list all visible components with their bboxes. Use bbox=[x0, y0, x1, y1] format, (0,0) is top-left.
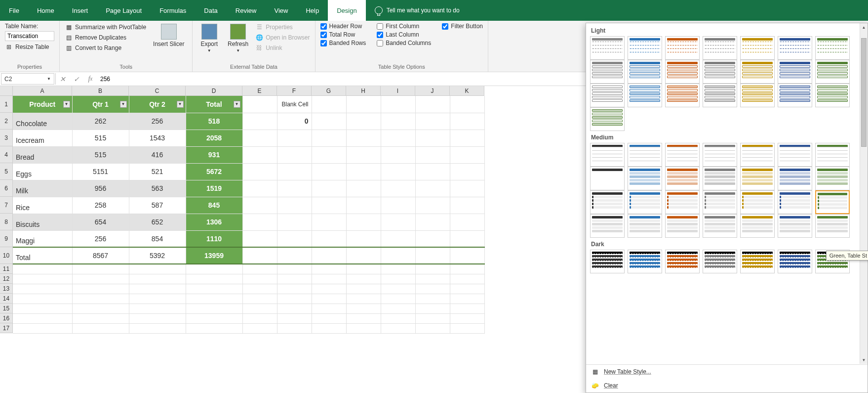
cell[interactable]: 521 bbox=[129, 163, 186, 180]
cell[interactable]: 652 bbox=[129, 214, 186, 230]
name-box[interactable]: C2 ▼ bbox=[1, 73, 54, 85]
cell[interactable] bbox=[415, 130, 450, 146]
tab-file[interactable]: File bbox=[0, 0, 28, 21]
cell[interactable] bbox=[242, 180, 277, 197]
cell[interactable] bbox=[129, 323, 186, 333]
cell[interactable] bbox=[242, 294, 277, 304]
chk-banded-rows[interactable]: Banded Rows bbox=[320, 40, 366, 46]
cell[interactable]: 5151 bbox=[72, 163, 129, 180]
tab-review[interactable]: Review bbox=[227, 0, 266, 21]
cell[interactable]: 256 bbox=[72, 230, 129, 247]
export-button[interactable]: Export ▼ bbox=[197, 23, 221, 63]
accept-formula-icon[interactable]: ✓ bbox=[70, 75, 83, 83]
style-swatch[interactable] bbox=[778, 214, 812, 238]
cell[interactable] bbox=[312, 197, 346, 214]
cell[interactable] bbox=[415, 197, 450, 214]
style-swatch[interactable] bbox=[590, 190, 625, 214]
style-swatch[interactable] bbox=[815, 84, 850, 107]
cell[interactable] bbox=[450, 163, 484, 180]
cell[interactable]: 563 bbox=[129, 180, 186, 197]
cell[interactable]: Product▼ bbox=[13, 96, 72, 113]
cell[interactable] bbox=[415, 274, 450, 284]
cell[interactable] bbox=[242, 113, 277, 130]
row-header-6[interactable]: 6 bbox=[0, 180, 13, 197]
style-swatch[interactable] bbox=[778, 36, 812, 60]
cell[interactable] bbox=[277, 214, 312, 230]
row-header-16[interactable]: 16 bbox=[0, 313, 13, 323]
cell[interactable] bbox=[312, 130, 346, 146]
cell[interactable] bbox=[242, 197, 277, 214]
cell[interactable]: 956 bbox=[72, 180, 129, 197]
cell[interactable] bbox=[381, 264, 415, 274]
style-swatch[interactable] bbox=[703, 167, 737, 190]
cell[interactable] bbox=[450, 180, 484, 197]
cell[interactable]: 8567 bbox=[72, 247, 129, 264]
row-header-3[interactable]: 3 bbox=[0, 130, 13, 146]
cell[interactable] bbox=[450, 146, 484, 163]
grid-body[interactable]: Product▼Qtr 1▼Qtr 2▼Total▼Blank CellChoc… bbox=[13, 96, 485, 334]
scroll-down-icon[interactable]: ▼ bbox=[860, 356, 868, 364]
cell[interactable]: 5392 bbox=[129, 247, 186, 264]
resize-table-button[interactable]: ⊞ Resize Table bbox=[5, 43, 54, 51]
cell[interactable] bbox=[277, 323, 312, 333]
cell[interactable] bbox=[72, 274, 129, 284]
style-swatch[interactable] bbox=[815, 143, 850, 167]
cell[interactable] bbox=[242, 313, 277, 323]
cell[interactable] bbox=[13, 323, 72, 333]
col-header-G[interactable]: G bbox=[312, 86, 346, 96]
style-swatch[interactable] bbox=[815, 60, 850, 84]
cell[interactable] bbox=[415, 313, 450, 323]
cell[interactable] bbox=[450, 96, 484, 113]
cell[interactable]: Qtr 1▼ bbox=[72, 96, 129, 113]
cell[interactable] bbox=[312, 230, 346, 247]
cell[interactable] bbox=[277, 274, 312, 284]
scroll-thumb[interactable] bbox=[861, 38, 867, 147]
cell[interactable]: 258 bbox=[72, 197, 129, 214]
cell[interactable]: 515 bbox=[72, 130, 129, 146]
cell[interactable] bbox=[450, 130, 484, 146]
cell[interactable] bbox=[186, 313, 242, 323]
fx-icon[interactable]: fx bbox=[83, 75, 97, 83]
pivot-button[interactable]: ▦Summarize with PivotTable bbox=[65, 23, 146, 32]
cell[interactable] bbox=[346, 214, 381, 230]
cell[interactable]: 1306 bbox=[186, 214, 242, 230]
cell[interactable] bbox=[186, 284, 242, 294]
style-swatch[interactable] bbox=[628, 36, 662, 60]
cell[interactable]: Chocolate bbox=[13, 113, 72, 130]
cell[interactable] bbox=[346, 274, 381, 284]
tab-formulas[interactable]: Formulas bbox=[151, 0, 195, 21]
style-swatch[interactable] bbox=[740, 84, 775, 107]
col-header-K[interactable]: K bbox=[450, 86, 484, 96]
cell[interactable] bbox=[346, 313, 381, 323]
cell[interactable] bbox=[415, 113, 450, 130]
cell[interactable] bbox=[129, 284, 186, 294]
style-swatch[interactable] bbox=[703, 84, 737, 107]
cell[interactable]: 0 bbox=[277, 113, 312, 130]
cell[interactable]: Icecream bbox=[13, 130, 72, 146]
cell[interactable] bbox=[277, 146, 312, 163]
cell[interactable] bbox=[415, 264, 450, 274]
style-swatch[interactable] bbox=[740, 214, 775, 238]
style-swatch[interactable] bbox=[703, 250, 737, 273]
style-swatch[interactable] bbox=[815, 214, 850, 238]
style-swatch[interactable] bbox=[778, 84, 812, 107]
cell[interactable] bbox=[346, 130, 381, 146]
style-swatch[interactable] bbox=[590, 214, 625, 238]
row-header-10[interactable]: 10 bbox=[0, 247, 13, 264]
cell[interactable] bbox=[277, 247, 312, 264]
row-header-17[interactable]: 17 bbox=[0, 323, 13, 333]
style-swatch[interactable] bbox=[740, 167, 775, 190]
tell-me-search[interactable]: Tell me what you want to do bbox=[375, 0, 460, 21]
cell[interactable] bbox=[129, 313, 186, 323]
cell[interactable] bbox=[312, 304, 346, 313]
style-swatch[interactable] bbox=[628, 190, 662, 214]
style-swatch[interactable] bbox=[815, 190, 850, 214]
style-swatch[interactable] bbox=[740, 143, 775, 167]
cell[interactable] bbox=[450, 113, 484, 130]
tab-home[interactable]: Home bbox=[28, 0, 63, 21]
row-header-7[interactable]: 7 bbox=[0, 197, 13, 214]
row-header-1[interactable]: 1 bbox=[0, 96, 13, 113]
style-swatch[interactable] bbox=[628, 167, 662, 190]
cell[interactable]: 654 bbox=[72, 214, 129, 230]
cell[interactable] bbox=[346, 163, 381, 180]
